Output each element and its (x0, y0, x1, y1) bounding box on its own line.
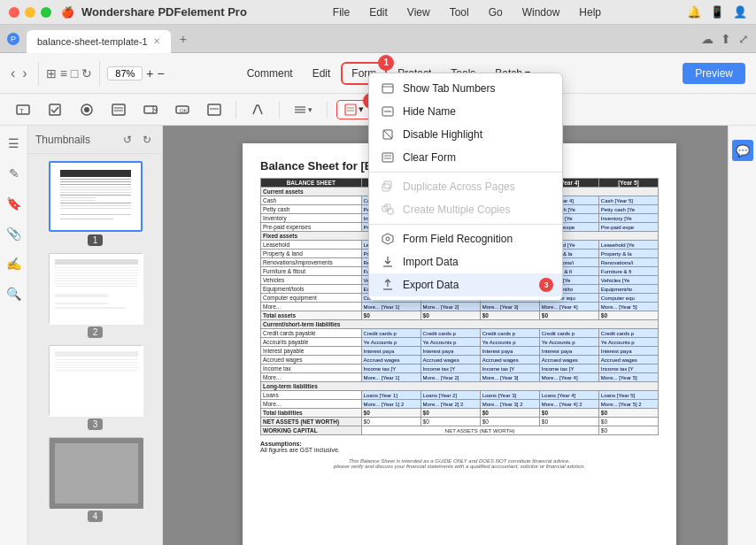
left-arrow-icon[interactable]: ‹ (11, 65, 15, 81)
menu-window[interactable]: Window (519, 4, 564, 20)
attachment-icon[interactable]: 📎 (4, 223, 25, 244)
menu-edit[interactable]: Edit (366, 4, 391, 20)
thumbnail-list: 1 (28, 154, 162, 545)
right-arrow-icon[interactable]: › (22, 65, 27, 81)
svg-marker-72 (382, 234, 393, 244)
document-tab[interactable]: balance-sheet-template-1 ✕ (27, 30, 171, 53)
expand-icon[interactable]: ⤢ (738, 32, 749, 46)
fullscreen-button[interactable] (41, 7, 51, 18)
edit-button[interactable]: Edit (304, 64, 340, 83)
svg-rect-54 (55, 367, 138, 368)
import-icon (382, 256, 394, 268)
svg-rect-29 (60, 197, 96, 198)
export-badge: 3 (539, 278, 553, 292)
grid-icon[interactable]: ⊞ (46, 66, 57, 81)
svg-rect-57 (55, 443, 138, 503)
bookmark-icon[interactable]: 🔖 (4, 193, 25, 214)
svg-rect-64 (382, 153, 393, 162)
pen-tool[interactable] (245, 97, 270, 122)
thumb-num-3: 3 (88, 418, 104, 430)
import-label: Import Data (403, 256, 459, 268)
list-tool[interactable] (106, 97, 131, 122)
svg-rect-58 (382, 84, 393, 93)
preview-button[interactable]: Preview (683, 63, 745, 84)
hide-name-icon (382, 105, 394, 118)
col-header-y5: [Year 5] (598, 179, 658, 188)
thumb-image-2 (49, 253, 143, 324)
new-tab-button[interactable]: + (174, 30, 192, 48)
clear-form-icon (382, 151, 394, 164)
recognition-label: Form Field Recognition (403, 233, 513, 245)
svg-rect-40 (55, 272, 138, 273)
thumbnail-page-1[interactable]: 1 (49, 161, 143, 246)
zoom-out-icon[interactable]: − (157, 66, 164, 81)
menu-file[interactable]: File (329, 4, 353, 20)
comment-button[interactable]: Comment (238, 64, 302, 83)
disable-highlight-icon (382, 128, 394, 141)
zoom-input[interactable] (107, 66, 143, 81)
traffic-lights[interactable] (9, 7, 51, 18)
menu-bar: File Edit View Tool Go Window Help (329, 4, 605, 20)
cloud-upload-icon[interactable]: ☁ (701, 32, 714, 46)
signature-tool[interactable] (202, 97, 227, 122)
dropdown-disable-highlight[interactable]: Disable Highlight (369, 123, 562, 146)
list-icon[interactable]: ≡ (60, 66, 67, 81)
show-tab-numbers-icon (382, 82, 394, 95)
search-side-icon[interactable]: 🔍 (4, 283, 25, 304)
zoom-in-icon[interactable]: + (146, 66, 153, 81)
svg-rect-5 (112, 104, 125, 115)
combo-tool[interactable] (138, 97, 163, 122)
dropdown-separator-1 (369, 172, 562, 173)
checkbox-tool[interactable] (42, 97, 67, 122)
svg-rect-55 (55, 370, 138, 371)
thumbnail-page-4[interactable]: 4 (49, 437, 143, 522)
share-icon[interactable]: ⬆ (721, 32, 731, 46)
chat-bubble-icon[interactable]: 💬 (732, 140, 753, 161)
svg-rect-31 (60, 203, 131, 203)
svg-rect-28 (60, 195, 131, 196)
pages-icon[interactable]: □ (71, 66, 78, 81)
svg-rect-51 (55, 359, 138, 360)
minimize-button[interactable] (25, 7, 35, 18)
export-icon (382, 279, 394, 291)
menu-view[interactable]: View (404, 4, 434, 20)
mobile-icon[interactable]: 📱 (710, 5, 724, 19)
svg-rect-44 (55, 283, 138, 284)
edit-tool-icon[interactable]: ✎ (4, 163, 25, 184)
rotate-icon[interactable]: ↻ (81, 66, 92, 81)
svg-text:OK: OK (180, 108, 188, 113)
tab-close-button[interactable]: ✕ (153, 36, 160, 46)
dropdown-clear-form[interactable]: Clear Form (369, 146, 562, 169)
thumb-nav-prev[interactable]: ↺ (120, 132, 135, 148)
button-tool[interactable]: OK (170, 97, 195, 122)
menu-help[interactable]: Help (575, 4, 605, 20)
close-button[interactable] (9, 7, 19, 18)
svg-rect-43 (55, 280, 138, 281)
user-icon[interactable]: 👤 (733, 5, 747, 19)
thumbnail-page-2[interactable]: 2 (49, 253, 143, 338)
section-current-liabilities: Current/short-term liabilities (261, 320, 659, 329)
dropdown-hide-name[interactable]: Hide Name (369, 100, 562, 123)
radio-tool[interactable] (74, 97, 99, 122)
dropdown-form-field-recognition[interactable]: Form Field Recognition (369, 227, 562, 250)
menu-go[interactable]: Go (485, 4, 506, 20)
right-sidebar: 💬 (728, 126, 756, 545)
notification-icon[interactable]: 🔔 (687, 5, 701, 19)
thumb-nav-next[interactable]: ↻ (139, 132, 155, 148)
dropdown-export-data[interactable]: Export Data 3 (369, 273, 562, 296)
svg-rect-47 (55, 303, 108, 304)
svg-rect-2 (50, 104, 60, 115)
dropdown-import-data[interactable]: Import Data (369, 250, 562, 273)
align-arrow: ▾ (308, 105, 312, 114)
thumbnail-page-3[interactable]: 3 (49, 345, 143, 430)
table-row: Credit cards payable Credit cards p Cred… (261, 329, 659, 338)
align-button[interactable]: ▾ (289, 101, 318, 119)
dropdown-show-tab-numbers[interactable]: Show Tab Numbers (369, 77, 562, 100)
signature-side-icon[interactable]: ✍ (4, 253, 25, 274)
hand-tool-icon[interactable]: ☰ (4, 133, 25, 154)
text-field-tool[interactable]: T (11, 97, 35, 122)
multiple-copies-icon (382, 203, 394, 216)
form-badge: 1 (378, 55, 394, 71)
menu-tool[interactable]: Tool (446, 4, 473, 20)
svg-rect-27 (60, 192, 131, 193)
